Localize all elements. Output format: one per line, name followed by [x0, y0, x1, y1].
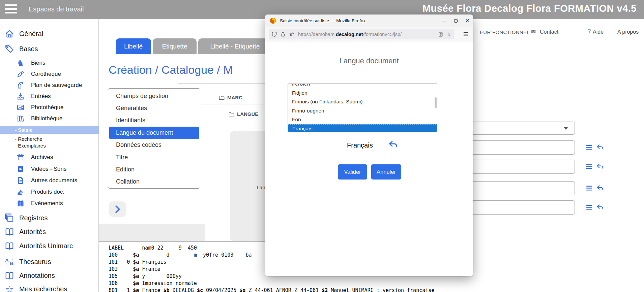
tab-etiquette[interactable]: Etiquette	[153, 38, 197, 54]
sidebar-item-produits-doc-[interactable]: Produits doc.	[0, 187, 99, 197]
minimize-button[interactable]: –	[439, 14, 450, 27]
box-icon	[16, 153, 25, 162]
cancel-button[interactable]: Annuler	[371, 164, 401, 180]
carrot-icon	[16, 70, 25, 78]
sidebar-item-autres-documents[interactable]: Autres documents	[0, 176, 99, 185]
bookmark-star-icon[interactable]: ☆	[447, 31, 451, 37]
marc-record-line: 801 1 $a France $b DECALOG $c 09/04/2025…	[109, 287, 434, 292]
sidebar: GénéralBases♞BiensCarothèquePlan de sauv…	[0, 19, 99, 292]
sidebar-item-ev-nements[interactable]: Evènements	[0, 199, 99, 208]
marc-input-field-4[interactable]	[458, 200, 575, 215]
group-item-titre[interactable]: Titre	[109, 151, 199, 163]
marc-input-field-2[interactable]	[458, 160, 575, 174]
option-fidjien[interactable]: Fidjien	[288, 89, 437, 98]
sidebar-item-plan-de-sauvegarde[interactable]: Plan de sauvegarde	[0, 80, 99, 90]
shield-icon[interactable]	[271, 31, 277, 37]
undo-icon[interactable]	[596, 143, 604, 153]
tab-libell-[interactable]: Libellé	[116, 38, 151, 54]
sidebar-item-bases[interactable]: Bases	[0, 43, 99, 55]
marc-input-field-1[interactable]	[458, 140, 575, 155]
marc-input-field-3[interactable]	[458, 181, 575, 195]
help-link[interactable]: Aide	[593, 29, 604, 35]
undo-icon[interactable]	[388, 140, 398, 151]
marc-langue-node[interactable]: LANGUE	[228, 111, 258, 117]
image-icon	[16, 103, 25, 112]
books-icon	[16, 115, 25, 123]
book-icon	[4, 226, 15, 237]
sidebar-item-entr-es[interactable]: Entrées	[0, 92, 99, 101]
contact-link[interactable]: Contact	[540, 29, 558, 35]
listbox-scrollbar[interactable]	[435, 97, 437, 108]
sidebar-item-mes-recherches[interactable]: ☆Mes recherches	[0, 283, 99, 292]
url-bar[interactable]: https://demobam.decalog.net/formationv45…	[269, 29, 454, 39]
option-finno-ougrien[interactable]: Finno-ougrien	[288, 106, 437, 116]
sidebar-item-exemplaires[interactable]: - Exemplaires	[0, 142, 99, 150]
group-item-champs-de-gestion[interactable]: Champs de gestion	[109, 90, 199, 102]
workspaces-label[interactable]: Espaces de travail	[29, 5, 84, 13]
marc-root-node[interactable]: MARC	[218, 94, 242, 101]
option-fran-ais[interactable]: Français	[288, 124, 437, 132]
option-fon[interactable]: Fon	[288, 115, 437, 124]
undo-icon[interactable]	[596, 163, 604, 172]
group-item-identifiants[interactable]: Identifiants	[109, 115, 199, 127]
sidebar-item-caroth-que[interactable]: Carothèque	[0, 69, 99, 79]
group-item-edition[interactable]: Edition	[109, 163, 199, 175]
url-text[interactable]: https://demobam.decalog.net/formationv45…	[298, 32, 402, 37]
hamburger-menu-icon[interactable]	[5, 4, 18, 15]
next-button[interactable]	[109, 201, 126, 217]
list-picker-icon[interactable]	[585, 163, 593, 172]
doc-icon	[16, 176, 25, 185]
sidebar-item-g-n-ral[interactable]: Général	[0, 28, 99, 39]
undo-icon[interactable]	[596, 184, 604, 193]
sidebar-item-archives[interactable]: Archives	[0, 153, 99, 162]
stack-icon	[16, 188, 25, 196]
sidebar-item-biblioth-que[interactable]: Bibliothèque	[0, 114, 99, 123]
language-dropdown[interactable]	[458, 122, 575, 135]
field-group-list: Champs de gestionGénéralitésIdentifiants…	[108, 88, 200, 189]
mail-icon: ✉	[531, 29, 538, 34]
list-picker-icon[interactable]	[585, 203, 593, 213]
sidebar-item-vid-os-sons[interactable]: Vidéos - Sons	[0, 164, 99, 174]
list-picker-icon[interactable]	[585, 184, 593, 193]
permissions-icon[interactable]	[289, 31, 295, 37]
sidebar-item-biens[interactable]: ♞Biens	[0, 58, 99, 68]
close-button[interactable]: ✕	[462, 14, 473, 27]
top-menu: EUR FONCTIONNEL ✉ Contact ? Aide A propo…	[473, 28, 644, 36]
reader-mode-icon[interactable]	[438, 32, 443, 37]
maximize-button[interactable]	[450, 14, 462, 27]
folder-icon	[218, 94, 225, 101]
sidebar-item-registres[interactable]: Registres	[0, 212, 99, 224]
popup-content: Langue document FéroïenFidjienFinnois (o…	[265, 41, 473, 276]
validate-button[interactable]: Valider	[338, 164, 367, 180]
chevron-down-icon	[564, 127, 568, 130]
reg-icon	[4, 213, 15, 223]
sidebar-item-annotations[interactable]: Annotations	[0, 270, 99, 281]
ext-icon	[16, 81, 25, 90]
browser-menu-icon[interactable]	[463, 31, 469, 39]
option-f-ro-en[interactable]: Féroïen	[288, 84, 437, 89]
sidebar-item-autorit-s-unimarc[interactable]: Autorités Unimarc	[0, 240, 99, 252]
group-item-g-n-ralit-s[interactable]: Généralités	[109, 102, 199, 114]
book-icon	[4, 270, 15, 281]
sidebar-item-label: Général	[19, 30, 43, 38]
sidebar-item-saisie[interactable]: - Saisie	[0, 126, 99, 134]
group-item-langue-du-document[interactable]: Langue du document	[109, 127, 199, 139]
page-title: Création / Catalogue / M	[109, 63, 233, 76]
option-finnois-ou-finlandais-suomi-[interactable]: Finnois (ou Finlandais, Suomi)	[288, 97, 437, 106]
sidebar-item-thesaurus[interactable]: AB↓↑Thesaurus	[0, 256, 99, 267]
tab-libell-etiquette[interactable]: Libellé - Etiquette	[198, 38, 272, 54]
group-item-donn-es-cod-es[interactable]: Données codées	[109, 139, 199, 151]
lock-icon[interactable]	[280, 32, 286, 37]
sidebar-item-label: Vidéos - Sons	[31, 166, 67, 172]
selected-value: Français	[347, 141, 373, 149]
sidebar-item-label: Mes recherches	[19, 285, 67, 292]
sidebar-item-label: Produits doc.	[31, 189, 64, 195]
sidebar-item-label: Annotations	[19, 272, 55, 280]
sidebar-item-autorit-s[interactable]: Autorités	[0, 226, 99, 237]
about-link[interactable]: A propos	[617, 29, 639, 35]
translate-icon: AB↓↑	[4, 256, 15, 267]
undo-icon[interactable]	[596, 203, 604, 213]
group-item-collation[interactable]: Collation	[109, 176, 199, 188]
list-picker-icon[interactable]	[585, 143, 593, 153]
sidebar-item-phototh-que[interactable]: Photothèque	[0, 103, 99, 112]
